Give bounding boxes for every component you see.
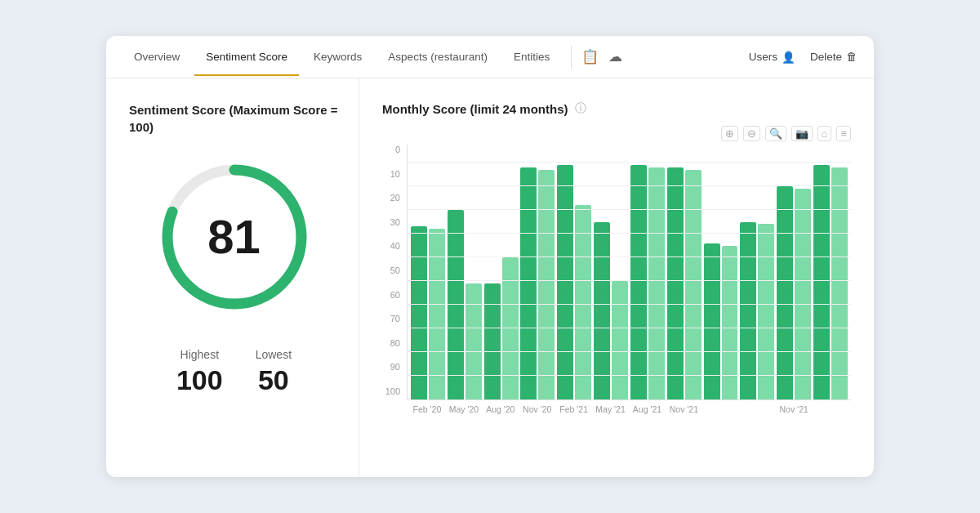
bar <box>795 189 811 399</box>
bar <box>758 224 774 399</box>
y-label: 0 <box>395 145 400 154</box>
zoom-in-icon[interactable]: ⊕ <box>721 126 738 141</box>
grid-line <box>408 328 851 328</box>
x-label: May '20 <box>447 404 481 414</box>
x-label <box>703 404 737 414</box>
y-label: 90 <box>390 362 400 372</box>
y-label: 20 <box>390 193 400 203</box>
tab-aspects[interactable]: Aspects (restaurant) <box>376 39 499 76</box>
chart-area: 1009080706050403020100 Feb '20May '20Aug… <box>382 145 851 414</box>
camera-icon[interactable]: 📷 <box>791 126 813 141</box>
bar <box>502 257 519 399</box>
y-label: 30 <box>390 217 400 227</box>
grid-line <box>408 304 851 305</box>
grid-line <box>408 209 851 210</box>
home-icon[interactable]: ⌂ <box>817 126 832 141</box>
nav-divider <box>571 46 572 69</box>
grid-line <box>408 280 851 281</box>
x-labels: Feb '20May '20Aug '20Nov '20Feb '21May '… <box>407 400 851 414</box>
highest-value: 100 <box>176 364 223 396</box>
left-panel: Sentiment Score (Maximum Score = 100) 81… <box>106 78 359 477</box>
bar-group <box>520 167 555 399</box>
document-icon[interactable]: 📋 <box>581 48 599 65</box>
lowest-stat: Lowest 50 <box>256 348 292 396</box>
tab-entities[interactable]: Entities <box>502 39 561 76</box>
y-axis: 1009080706050403020100 <box>382 145 407 414</box>
left-title: Sentiment Score (Maximum Score = 100) <box>129 101 339 136</box>
tab-overview[interactable]: Overview <box>122 39 191 76</box>
lowest-label: Lowest <box>256 348 292 361</box>
bar <box>612 281 628 399</box>
bar <box>667 167 684 399</box>
bar <box>813 165 830 399</box>
chart-toolbar: ⊕ ⊖ 🔍 📷 ⌂ ≡ <box>382 126 851 141</box>
bar <box>648 167 665 399</box>
x-label: May '21 <box>594 404 628 414</box>
bar-group <box>557 165 591 399</box>
menu-icon[interactable]: ≡ <box>836 126 851 141</box>
bar-group <box>813 165 848 399</box>
bar-group <box>740 222 774 400</box>
info-icon[interactable]: ⓘ <box>575 101 586 116</box>
delete-button[interactable]: Delete 🗑 <box>810 51 858 63</box>
body: Sentiment Score (Maximum Score = 100) 81… <box>106 78 874 477</box>
chart-inner: Feb '20May '20Aug '20Nov '20Feb '21May '… <box>407 145 851 414</box>
grid-line <box>408 256 851 257</box>
bar-group <box>594 222 628 400</box>
bar <box>704 243 720 399</box>
bar <box>484 283 501 399</box>
y-label: 40 <box>390 241 400 251</box>
chart-title-row: Monthly Score (limit 24 months) ⓘ <box>382 101 851 116</box>
bar-group <box>448 210 482 399</box>
delete-label: Delete <box>810 51 842 63</box>
y-label: 60 <box>390 290 400 300</box>
bar <box>777 186 793 399</box>
x-label: Feb '21 <box>557 404 591 414</box>
x-label: Nov '21 <box>777 404 811 414</box>
x-label: Nov '20 <box>520 404 555 414</box>
x-label: Feb '20 <box>410 404 444 414</box>
gauge: 81 <box>153 155 316 319</box>
bar <box>594 222 610 400</box>
tab-keywords[interactable]: Keywords <box>302 39 373 76</box>
bar <box>740 222 756 400</box>
y-label: 50 <box>390 265 400 275</box>
grid-line <box>408 351 851 352</box>
y-label: 70 <box>390 314 400 323</box>
nav-bar: Overview Sentiment Score Keywords Aspect… <box>106 36 874 78</box>
bar <box>429 229 445 399</box>
bar <box>466 283 482 399</box>
nav-icon-group: 📋 ☁ <box>581 48 622 65</box>
user-icon: 👤 <box>782 51 795 64</box>
grid-line <box>408 162 851 163</box>
main-card: Overview Sentiment Score Keywords Aspect… <box>106 36 874 477</box>
nav-actions: Users 👤 Delete 🗑 <box>749 51 858 64</box>
users-button[interactable]: Users 👤 <box>749 51 795 64</box>
trash-icon: 🗑 <box>846 51 858 63</box>
right-panel: Monthly Score (limit 24 months) ⓘ ⊕ ⊖ 🔍 … <box>359 78 874 477</box>
bar <box>575 205 591 399</box>
x-label: Aug '21 <box>630 404 665 414</box>
highest-stat: Highest 100 <box>176 348 223 396</box>
bar <box>538 170 555 399</box>
bar-group <box>667 167 702 399</box>
bar-group <box>411 226 445 399</box>
zoom-out-icon[interactable]: ⊖ <box>743 126 760 141</box>
x-label: Aug '20 <box>483 404 518 414</box>
bar <box>411 226 427 399</box>
bar <box>831 167 848 399</box>
cloud-icon[interactable]: ☁ <box>608 48 622 65</box>
grid-line <box>408 375 851 376</box>
gauge-value: 81 <box>207 213 261 261</box>
magnify-icon[interactable]: 🔍 <box>765 126 786 141</box>
x-label <box>740 404 774 414</box>
grid-line <box>408 233 851 234</box>
lowest-value: 50 <box>256 364 292 396</box>
bar <box>685 170 702 399</box>
x-label: Nov '21 <box>666 404 701 414</box>
bars-area <box>407 145 851 400</box>
bar <box>448 210 464 399</box>
stats-row: Highest 100 Lowest 50 <box>176 348 292 396</box>
tab-sentiment-score[interactable]: Sentiment Score <box>194 39 299 76</box>
y-label: 80 <box>390 338 400 348</box>
